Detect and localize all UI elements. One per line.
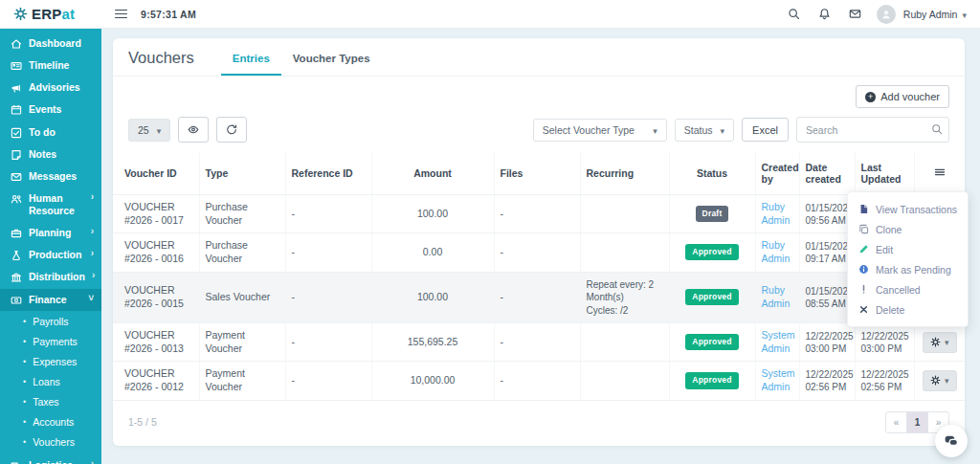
chat-button[interactable] (935, 425, 968, 457)
results-range: 1-5 / 5 (128, 416, 157, 428)
add-voucher-button[interactable]: + Add voucher (856, 85, 949, 108)
card-header: Vouchers Entries Voucher Types (113, 38, 965, 77)
sidebar-subitem-expenses[interactable]: Expenses (0, 352, 101, 372)
cell-type: Payment Voucher (199, 323, 285, 362)
avatar[interactable] (877, 5, 896, 24)
row-actions-menu: View TransactionsCloneEditMark as Pendin… (847, 191, 969, 327)
sidebar-item-timeline[interactable]: Timeline (0, 55, 101, 77)
row-actions-button[interactable] (923, 370, 957, 391)
sidebar-item-to-do[interactable]: To do (0, 122, 101, 144)
cogs-icon (930, 375, 941, 386)
menu-item-delete[interactable]: Delete (848, 299, 968, 320)
status-filter-button[interactable]: Status (675, 119, 734, 142)
sidebar-subitem-accounts[interactable]: Accounts (0, 412, 101, 432)
sidebar-item-planning[interactable]: Planning› (0, 222, 101, 244)
sidebar-subitem-payrolls[interactable]: Payrolls (0, 312, 101, 332)
user-menu[interactable]: Ruby Admin (903, 9, 967, 20)
cell-reference-id: - (285, 195, 371, 233)
menu-toggle-icon[interactable] (115, 10, 127, 19)
sidebar-item-messages[interactable]: Messages (0, 166, 101, 188)
cell-recurring (580, 195, 669, 233)
menu-item-clone[interactable]: Clone (848, 219, 968, 239)
chevron-right-icon: › (91, 226, 94, 238)
cell-date-created: 12/22/2025 02:56 PM (799, 362, 855, 400)
sidebar-item-finance[interactable]: Finance˅ (0, 289, 101, 311)
app-logo[interactable]: ERPat (0, 0, 101, 29)
calendar-icon (11, 104, 22, 116)
sidebar-item-human-resource[interactable]: Human Resource› (0, 188, 101, 222)
info-icon (858, 264, 869, 275)
sidebar-subitem-label: Expenses (33, 356, 77, 367)
cell-status: Approved (669, 272, 755, 323)
status-badge: Approved (685, 334, 738, 350)
cell-status: Draft (669, 195, 755, 233)
chat-icon (944, 433, 959, 449)
topbar-right: Ruby Admin (788, 5, 967, 24)
briefcase-icon (11, 228, 22, 239)
sidebar-item-logistics[interactable]: Logistics› (0, 454, 101, 464)
home-icon (11, 38, 22, 50)
menu-item-cancelled[interactable]: Cancelled (848, 279, 968, 299)
created-by-link[interactable]: Ruby Admin (762, 239, 791, 264)
cell-amount: 155,695.25 (371, 323, 494, 362)
excel-export-button[interactable]: Excel (742, 118, 789, 142)
sidebar-item-advisories[interactable]: Advisories (0, 77, 101, 99)
controls-right: Select Voucher Type Status Excel (533, 117, 949, 143)
cell-status: Approved (669, 323, 755, 362)
pagination-prev[interactable]: « (885, 411, 907, 433)
sidebar-subitem-taxes[interactable]: Taxes (0, 392, 101, 412)
cell-files: - (494, 362, 580, 400)
column-header-status: Status (669, 152, 755, 195)
pagination-page-1[interactable]: 1 (906, 411, 928, 433)
column-header-date-created: Date created (799, 152, 855, 195)
status-badge: Approved (685, 372, 738, 388)
sidebar-item-label: Timeline (29, 59, 94, 72)
created-by-link[interactable]: Ruby Admin (762, 201, 791, 226)
sidebar-item-label: Dashboard (29, 37, 94, 50)
tab-entries[interactable]: Entries (221, 41, 281, 76)
tab-voucher-types[interactable]: Voucher Types (281, 41, 382, 76)
card-footer: 1-5 / 5 « 1 » (113, 401, 965, 446)
created-by-link[interactable]: System Admin (762, 367, 795, 392)
sidebar-subitem-label: Loans (33, 376, 60, 387)
table-controls: 25 Select Voucher Type Status Excel (113, 108, 965, 152)
chevron-down-icon (962, 9, 967, 20)
cell-amount: 10,000.00 (371, 362, 494, 400)
toolbar-buttons (178, 117, 247, 143)
row-actions-button[interactable] (923, 332, 957, 353)
sidebar-item-production[interactable]: Production› (0, 244, 101, 266)
table-row: VOUCHER #2026 - 0017Purchase Voucher-100… (113, 195, 965, 233)
sidebar-subitem-loans[interactable]: Loans (0, 372, 101, 392)
file-icon (858, 204, 869, 214)
sidebar-item-label: To do (29, 126, 94, 139)
page-size-select[interactable]: 25 (128, 119, 170, 142)
column-header-voucher-id: Voucher ID (113, 152, 199, 195)
sidebar-subitem-label: Payrolls (33, 316, 68, 327)
menu-item-edit[interactable]: Edit (848, 239, 968, 259)
envelope-icon[interactable] (849, 8, 861, 20)
created-by-link[interactable]: System Admin (762, 329, 795, 354)
table-row: VOUCHER #2026 - 0013Payment Voucher-155,… (113, 323, 965, 362)
search-input[interactable] (796, 117, 949, 143)
eye-button[interactable] (178, 117, 209, 143)
pencil-icon (858, 244, 869, 254)
sidebar: ERPat DashboardTimelineAdvisoriesEventsT… (0, 0, 101, 464)
voucher-type-select[interactable]: Select Voucher Type (533, 119, 667, 142)
created-by-link[interactable]: Ruby Admin (762, 284, 791, 309)
sidebar-item-label: Notes (29, 148, 94, 161)
sidebar-item-events[interactable]: Events (0, 99, 101, 121)
sidebar-subitem-vouchers[interactable]: Vouchers (0, 432, 101, 453)
sidebar-item-notes[interactable]: Notes (0, 144, 101, 166)
search-icon[interactable] (788, 8, 800, 20)
menu-item-view-transactions[interactable]: View Transactions (848, 199, 968, 219)
table-row: VOUCHER #2026 - 0016Purchase Voucher-0.0… (113, 233, 965, 272)
sidebar-item-distribution[interactable]: Distribution› (0, 266, 101, 288)
sidebar-subitem-payments[interactable]: Payments (0, 332, 101, 352)
cell-status: Approved (669, 233, 755, 272)
bell-icon[interactable] (818, 8, 831, 20)
chevron-right-icon: › (91, 458, 94, 464)
sidebar-item-dashboard[interactable]: Dashboard (0, 33, 101, 55)
refresh-button[interactable] (216, 117, 247, 143)
cell-last-updated: 12/22/2025 03:00 PM (855, 323, 914, 362)
menu-item-mark-as-pending[interactable]: Mark as Pending (848, 259, 968, 279)
